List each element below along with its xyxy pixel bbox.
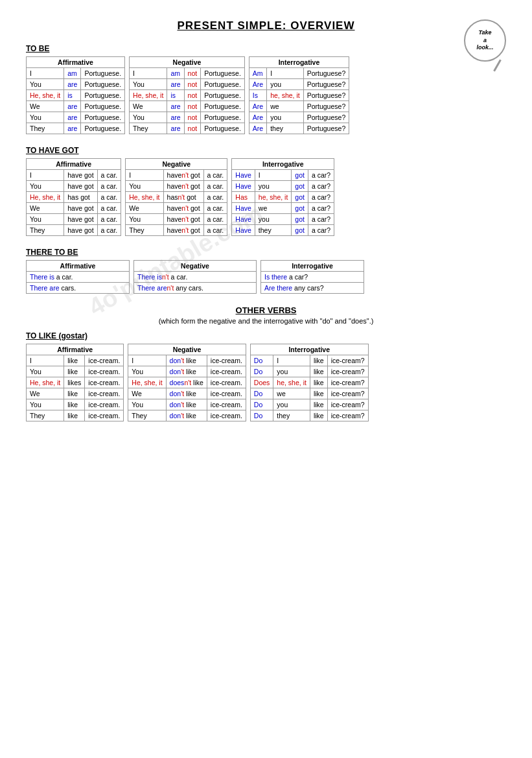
section-other-verbs: OTHER VERBS (which form the negative and…: [26, 305, 506, 421]
there-to-be-affirmative-table: Affirmative There is a car. There are ca…: [26, 260, 130, 294]
there-to-be-interrogative-table: Interrogative Is there a car? Are there …: [260, 260, 364, 294]
to-be-interrogative-table: Interrogative AmIPortuguese? AreyouPortu…: [249, 56, 349, 134]
other-verbs-subtitle: (which form the negative and the interro…: [26, 317, 506, 325]
other-verbs-title: OTHER VERBS: [26, 305, 506, 315]
have-got-tables: Affirmative Ihave gota car. Youhave gota…: [26, 158, 506, 236]
there-to-be-tables: Affirmative There is a car. There are ca…: [26, 260, 506, 294]
to-be-negative-table: Negative IamnotPortuguese. YouarenotPort…: [129, 56, 245, 134]
section-to-have-got: TO HAVE GOT Affirmative Ihave gota car. …: [26, 146, 506, 236]
there-to-be-title: THERE TO BE: [26, 248, 506, 257]
section-there-to-be: THERE TO BE Affirmative There is a car. …: [26, 248, 506, 294]
to-be-affirmative-table: Affirmative IamPortuguese. YouarePortugu…: [26, 56, 125, 134]
to-like-affirmative-table: Affirmative Ilikeice-cream. Youlikeice-c…: [26, 344, 124, 421]
take-look-badge: Takealook...: [464, 19, 506, 62]
to-be-tables: Affirmative IamPortuguese. YouarePortugu…: [26, 56, 506, 134]
section-to-be: TO BE Affirmative IamPortuguese. YouareP…: [26, 44, 506, 134]
to-like-interrogative-table: Interrogative DoIlikeice-cream? Doyoulik…: [250, 344, 369, 421]
have-got-negative-table: Negative Ihaven't gota car. Youhaven't g…: [125, 158, 227, 236]
to-like-title: TO LIKE (gostar): [26, 331, 506, 340]
have-got-interrogative-table: Interrogative HaveIgota car? Haveyougota…: [231, 158, 334, 236]
have-got-affirmative-table: Affirmative Ihave gota car. Youhave gota…: [26, 158, 121, 236]
there-to-be-negative-table: Negative There isn't a car. There aren't…: [133, 260, 257, 294]
table-row: I: [27, 68, 64, 79]
to-be-aff-header: Affirmative: [27, 57, 125, 68]
have-got-title: TO HAVE GOT: [26, 146, 506, 155]
to-be-title: TO BE: [26, 44, 506, 53]
to-like-negative-table: Negative Idon't likeice-cream. Youdon't …: [128, 344, 246, 421]
page-title: PRESENT SIMPLE: OVERVIEW: [26, 19, 506, 32]
to-like-tables: Affirmative Ilikeice-cream. Youlikeice-c…: [26, 344, 506, 421]
